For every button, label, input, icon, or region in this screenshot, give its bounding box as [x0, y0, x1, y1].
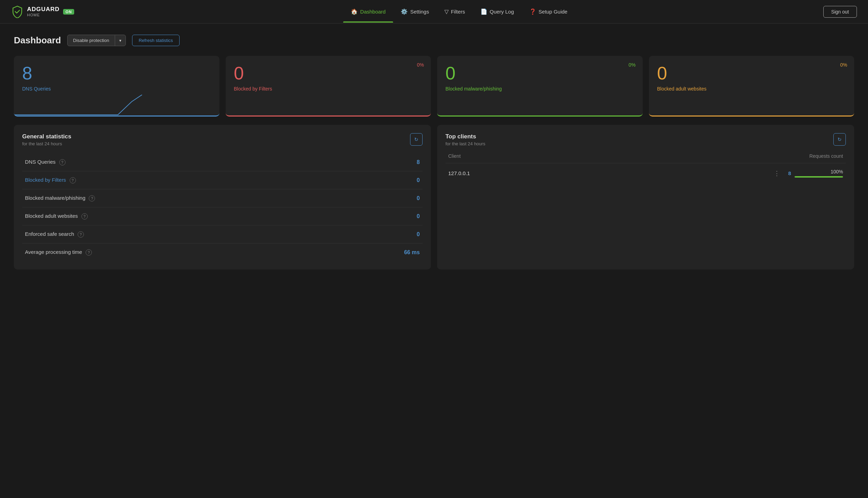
blocked-malware-number: 0: [445, 63, 634, 83]
dropdown-arrow-icon[interactable]: ▾: [115, 35, 125, 46]
top-clients-subtitle: for the last 24 hours: [445, 141, 485, 146]
general-stats-refresh-button[interactable]: ↻: [410, 133, 423, 146]
nav-querylog-label: Query Log: [490, 9, 514, 15]
table-row: Blocked adult websites ? 0: [22, 207, 423, 225]
col-requests-label: Requests count: [809, 153, 843, 159]
settings-icon: ⚙️: [401, 8, 408, 15]
top-clients-header: Top clients for the last 24 hours ↻: [445, 133, 846, 146]
blocked-malware-row-label: Blocked malware/phishing ?: [22, 189, 335, 207]
sign-out-button[interactable]: Sign out: [823, 6, 857, 18]
logo-icon: [11, 6, 24, 18]
safe-search-row-label: Enforced safe search ?: [22, 225, 335, 243]
querylog-icon: 📄: [480, 8, 487, 15]
stat-card-blocked-adult: 0% 0 Blocked adult websites: [649, 56, 854, 117]
stat-card-blocked-filters: 0% 0 Blocked by Filters: [226, 56, 431, 117]
blocked-filters-row-label: Blocked by Filters ?: [22, 171, 335, 189]
blocked-filters-help-icon[interactable]: ?: [70, 177, 76, 183]
logo-text: ADGUARD HOME: [27, 6, 60, 17]
main-content: Dashboard Disable protection ▾ Refresh s…: [0, 24, 868, 281]
nav-dashboard-label: Dashboard: [360, 9, 385, 15]
client-menu-icon[interactable]: ⋮: [770, 170, 784, 177]
dns-queries-label: DNS Queries: [22, 86, 211, 92]
client-ip: 127.0.0.1: [448, 170, 770, 176]
filter-icon: ▽: [444, 8, 449, 15]
blocked-adult-row-label: Blocked adult websites ?: [22, 207, 335, 225]
nav-querylog[interactable]: 📄 Query Log: [473, 1, 522, 23]
general-stats-subtitle: for the last 24 hours: [22, 141, 71, 146]
page-title: Dashboard: [14, 35, 61, 46]
status-badge: ON: [63, 9, 75, 15]
client-percent-area: 100%: [795, 169, 843, 178]
page-header: Dashboard Disable protection ▾ Refresh s…: [14, 35, 854, 46]
blocked-adult-help-icon[interactable]: ?: [81, 213, 88, 220]
nav-setup[interactable]: ❓ Setup Guide: [522, 1, 575, 23]
blocked-malware-label: Blocked malware/phishing: [445, 86, 634, 92]
disable-protection-button[interactable]: Disable protection ▾: [67, 35, 126, 46]
dns-queries-row-value: 8: [335, 153, 423, 171]
client-count: 8: [784, 170, 791, 176]
brand-sub: HOME: [27, 13, 60, 17]
brand-name: ADGUARD: [27, 6, 60, 13]
safe-search-row-value: 0: [335, 225, 423, 243]
blocked-adult-label: Blocked adult websites: [657, 86, 846, 92]
general-stats-panel: General statistics for the last 24 hours…: [14, 125, 431, 269]
nav-setup-label: Setup Guide: [539, 9, 567, 15]
navbar: ADGUARD HOME ON 🏠 Dashboard ⚙️ Settings …: [0, 0, 868, 24]
nav-links: 🏠 Dashboard ⚙️ Settings ▽ Filters 📄 Quer…: [95, 1, 823, 23]
dns-queries-number: 8: [22, 63, 211, 83]
nav-filters-label: Filters: [451, 9, 465, 15]
home-icon: 🏠: [351, 8, 358, 15]
blocked-malware-row-value: 0: [335, 189, 423, 207]
blocked-filters-percent: 0%: [417, 62, 424, 68]
refresh-icon: ↻: [414, 137, 418, 142]
blocked-filters-label: Blocked by Filters: [234, 86, 423, 92]
blocked-adult-percent: 0%: [840, 62, 847, 68]
nav-settings[interactable]: ⚙️ Settings: [393, 1, 436, 23]
dns-queries-chart: [14, 95, 142, 115]
top-clients-title: Top clients: [445, 133, 485, 140]
top-clients-refresh-button[interactable]: ↻: [833, 133, 846, 146]
clients-column-headers: Client Requests count: [445, 153, 846, 163]
general-stats-title: General statistics: [22, 133, 71, 140]
table-row: Blocked malware/phishing ? 0: [22, 189, 423, 207]
blocked-malware-percent: 0%: [628, 62, 635, 68]
blocked-filters-number: 0: [234, 63, 423, 83]
setup-icon: ❓: [529, 8, 536, 15]
safe-search-help-icon[interactable]: ?: [78, 231, 84, 238]
table-row: DNS Queries ? 8: [22, 153, 423, 171]
client-bar-track: [795, 176, 843, 178]
disable-protection-label: Disable protection: [68, 35, 115, 46]
logo-area: ADGUARD HOME ON: [11, 6, 74, 18]
blocked-adult-row-value: 0: [335, 207, 423, 225]
avg-time-help-icon[interactable]: ?: [86, 249, 92, 256]
top-clients-title-area: Top clients for the last 24 hours: [445, 133, 485, 146]
general-stats-table: DNS Queries ? 8 Blocked by Filters ? 0: [22, 153, 423, 261]
dns-queries-row-label: DNS Queries ?: [22, 153, 335, 171]
stat-card-blocked-malware: 0% 0 Blocked malware/phishing: [437, 56, 643, 117]
dns-queries-help-icon[interactable]: ?: [59, 159, 66, 165]
top-clients-panel: Top clients for the last 24 hours ↻ Clie…: [437, 125, 854, 269]
blocked-filters-row-value: 0: [335, 171, 423, 189]
client-percent-text: 100%: [831, 169, 843, 174]
stat-card-dns-queries: 8 DNS Queries: [14, 56, 219, 117]
col-client-label: Client: [448, 153, 461, 159]
nav-filters[interactable]: ▽ Filters: [437, 1, 473, 23]
blocked-adult-number: 0: [657, 63, 846, 83]
general-stats-title-area: General statistics for the last 24 hours: [22, 133, 71, 146]
nav-settings-label: Settings: [410, 9, 429, 15]
blocked-malware-help-icon[interactable]: ?: [89, 195, 95, 201]
stat-cards-grid: 8 DNS Queries 0% 0 Blocked by Filters 0%…: [14, 56, 854, 117]
table-row: Blocked by Filters ? 0: [22, 171, 423, 189]
nav-dashboard[interactable]: 🏠 Dashboard: [343, 1, 393, 23]
avg-time-row-label: Average processing time ?: [22, 243, 335, 261]
refresh-statistics-button[interactable]: Refresh statistics: [132, 35, 180, 46]
client-bar-fill: [795, 176, 843, 178]
top-clients-refresh-icon: ↻: [837, 137, 842, 142]
avg-time-row-value: 66 ms: [335, 243, 423, 261]
table-row: Enforced safe search ? 0: [22, 225, 423, 243]
bottom-panels: General statistics for the last 24 hours…: [14, 125, 854, 269]
list-item: 127.0.0.1 ⋮ 8 100%: [445, 163, 846, 183]
general-stats-header: General statistics for the last 24 hours…: [22, 133, 423, 146]
table-row: Average processing time ? 66 ms: [22, 243, 423, 261]
